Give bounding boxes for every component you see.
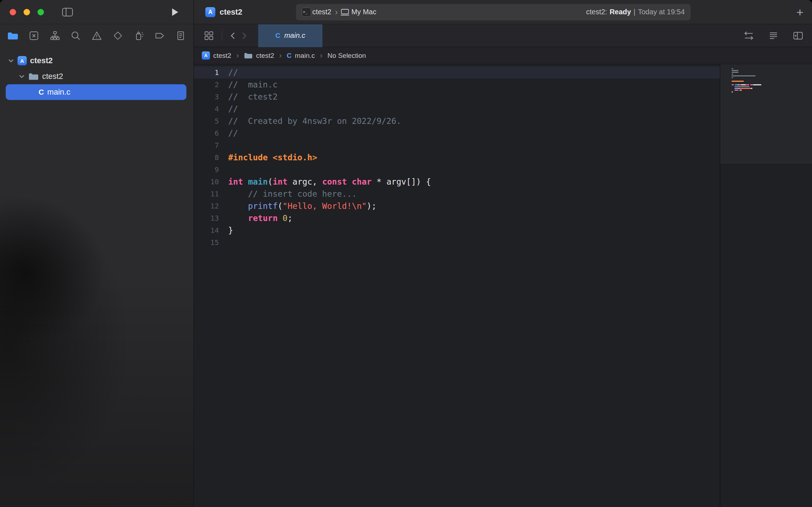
c-file-icon: C	[287, 52, 292, 60]
xcode-project-icon: A	[205, 7, 215, 17]
toolbar: A ctest2 >_ ctest2 › My Mac ctest2: Read…	[194, 0, 812, 24]
code-lines[interactable]: 1//2// main.c3// ctest24//5// Created by…	[194, 64, 720, 507]
folder-icon	[28, 72, 39, 81]
editor-options-button[interactable]	[766, 31, 781, 41]
xcode-project-icon: A	[202, 51, 210, 60]
tree-row-file-selected[interactable]: C main.c	[6, 84, 186, 100]
report-document-icon	[175, 30, 186, 41]
tree-item-label: ctest2	[42, 72, 63, 81]
go-back-button[interactable]	[227, 32, 239, 40]
jumpbar-project-label: ctest2	[213, 52, 231, 60]
scheme-and-status-bar: >_ ctest2 › My Mac ctest2: Ready | Today…	[296, 4, 691, 20]
line-number[interactable]: 11	[194, 188, 219, 200]
tab-bar: C main.c	[194, 24, 812, 47]
line-number[interactable]: 15	[194, 236, 219, 249]
search-icon	[70, 30, 81, 41]
line-number[interactable]: 2	[194, 79, 219, 91]
find-navigator-button[interactable]	[69, 29, 83, 43]
minimap-lines	[720, 68, 812, 95]
code-line[interactable]: 7	[194, 139, 720, 151]
code-line[interactable]: 9	[194, 164, 720, 176]
toggle-sidebar-button[interactable]	[62, 7, 73, 17]
arrows-left-right-icon	[743, 31, 754, 41]
source-control-navigator-button[interactable]	[27, 29, 41, 43]
tab-overview-button[interactable]	[201, 31, 217, 41]
jumpbar-selection-label: No Selection	[327, 52, 366, 60]
minimap[interactable]	[720, 64, 812, 507]
status-project: ctest2:	[586, 8, 607, 16]
add-editor-button[interactable]	[790, 31, 806, 41]
line-number[interactable]: 5	[194, 115, 219, 127]
code-line[interactable]: 13 return 0;	[194, 212, 720, 224]
code-review-button[interactable]	[741, 31, 757, 41]
line-number[interactable]: 9	[194, 164, 219, 176]
scheme-destination-selector[interactable]: My Mac	[351, 8, 376, 16]
chevron-right-icon: ›	[335, 7, 338, 17]
code-line[interactable]: 1//	[194, 66, 720, 79]
line-number[interactable]: 10	[194, 176, 219, 188]
code-line[interactable]: 4//	[194, 103, 720, 115]
tree-row-project[interactable]: A ctest2	[0, 53, 194, 69]
minimize-button[interactable]	[24, 9, 30, 15]
code-line[interactable]: 5// Created by 4nsw3r on 2022/9/26.	[194, 115, 720, 127]
code-line[interactable]: 10int main(int argc, const char * argv[]…	[194, 176, 720, 188]
my-mac-icon	[340, 8, 350, 16]
code-line[interactable]: 12 printf("Hello, World!\n");	[194, 200, 720, 212]
toolbar-title-group: A ctest2	[205, 7, 242, 17]
tree-row-group[interactable]: ctest2	[0, 69, 194, 84]
run-button[interactable]	[171, 7, 179, 17]
line-number[interactable]: 8	[194, 151, 219, 164]
jumpbar-project[interactable]: A ctest2	[202, 51, 231, 60]
add-button[interactable]: +	[796, 6, 803, 18]
file-tree: A ctest2 ctest2 C main.c	[0, 53, 194, 100]
folder-icon	[244, 52, 253, 59]
jumpbar-file[interactable]: C main.c	[287, 52, 315, 60]
sidebar-toolbar	[0, 0, 194, 24]
line-number[interactable]: 6	[194, 127, 219, 139]
minimap-line	[720, 93, 812, 95]
issue-navigator-button[interactable]	[90, 29, 104, 43]
code-line[interactable]: 2// main.c	[194, 79, 720, 91]
code-text: // main.c	[228, 79, 277, 91]
breakpoint-navigator-button[interactable]	[152, 29, 167, 43]
tab-label: main.c	[284, 31, 305, 40]
test-navigator-button[interactable]	[111, 29, 125, 43]
line-number[interactable]: 4	[194, 103, 219, 115]
project-navigator-button[interactable]	[6, 29, 20, 43]
symbol-navigator-button[interactable]	[48, 29, 62, 43]
status-divider: |	[633, 8, 635, 16]
scheme-target-selector[interactable]: ctest2	[312, 8, 331, 16]
code-text: #include <stdio.h>	[228, 151, 317, 164]
code-line[interactable]: 11 // insert code here...	[194, 188, 720, 200]
tab-main-c[interactable]: C main.c	[258, 24, 323, 47]
code-line[interactable]: 3// ctest2	[194, 91, 720, 103]
line-number[interactable]: 1	[194, 66, 219, 79]
code-line[interactable]: 14}	[194, 224, 720, 236]
jumpbar-group[interactable]: ctest2	[244, 52, 274, 60]
line-number[interactable]: 12	[194, 200, 219, 212]
code-text: }	[228, 224, 233, 236]
xcode-window: A ctest2 ctest2 C main.c A ctes	[0, 0, 812, 507]
chevron-right-icon	[241, 32, 247, 40]
go-forward-button[interactable]	[239, 32, 250, 40]
activity-status[interactable]: ctest2: Ready | Today at 19:54	[586, 8, 685, 16]
line-number[interactable]: 3	[194, 91, 219, 103]
breakpoint-tag-icon	[154, 30, 165, 41]
zoom-button[interactable]	[37, 9, 44, 15]
chevron-down-icon[interactable]	[8, 58, 14, 63]
jump-bar: A ctest2 › ctest2 › C main.c › No Select…	[194, 47, 812, 64]
code-line[interactable]: 15	[194, 236, 720, 249]
window-title: ctest2	[220, 7, 242, 17]
chevron-down-icon[interactable]	[19, 74, 25, 79]
code-line[interactable]: 8#include <stdio.h>	[194, 151, 720, 164]
close-button[interactable]	[10, 9, 16, 15]
debug-navigator-button[interactable]	[132, 29, 146, 43]
jumpbar-selection[interactable]: No Selection	[327, 52, 366, 60]
line-number[interactable]: 14	[194, 224, 219, 236]
line-number[interactable]: 13	[194, 212, 219, 224]
code-text: // insert code here...	[228, 188, 357, 200]
report-navigator-button[interactable]	[174, 29, 188, 43]
sidebar-toggle-icon	[62, 7, 73, 17]
code-line[interactable]: 6//	[194, 127, 720, 139]
line-number[interactable]: 7	[194, 139, 219, 151]
